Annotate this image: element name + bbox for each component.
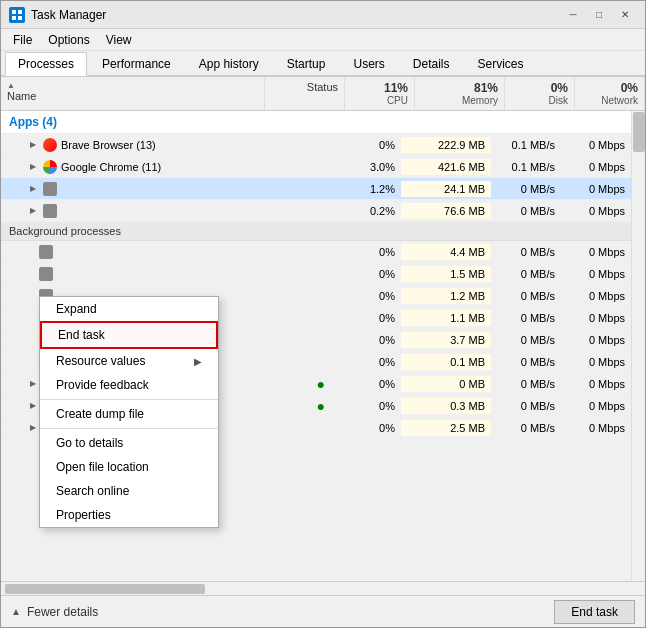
ctx-create-dump-label: Create dump file [56, 407, 144, 421]
context-menu: Expand End task Resource values ▶ Provid… [39, 296, 219, 528]
row-cpu: 3.0% [331, 159, 401, 175]
menu-bar: File Options View [1, 29, 645, 51]
end-task-button[interactable]: End task [554, 600, 635, 624]
row-status [251, 294, 331, 298]
app-icon [39, 245, 53, 259]
row-memory: 24.1 MB [401, 181, 491, 197]
table-row[interactable]: ▶ 0.2% 76.6 MB 0 MB/s 0 Mbps [1, 200, 631, 222]
row-disk: 0 MB/s [491, 420, 561, 436]
maximize-button[interactable]: □ [587, 6, 611, 24]
row-memory: 3.7 MB [401, 332, 491, 348]
row-memory: 1.1 MB [401, 310, 491, 326]
ctx-expand[interactable]: Expand [40, 297, 218, 321]
row-memory: 1.2 MB [401, 288, 491, 304]
window-title: Task Manager [31, 8, 561, 22]
col-status[interactable]: Status [265, 77, 345, 110]
menu-options[interactable]: Options [40, 31, 97, 49]
col-disk[interactable]: 0% Disk [505, 77, 575, 110]
horizontal-scrollbar[interactable] [1, 581, 645, 595]
expand-icon[interactable]: ▶ [27, 378, 39, 390]
ctx-provide-feedback-label: Provide feedback [56, 378, 149, 392]
col-disk-pct: 0% [551, 81, 568, 95]
ctx-resource-values[interactable]: Resource values ▶ [40, 349, 218, 373]
row-status [251, 338, 331, 342]
row-network: 0 Mbps [561, 310, 631, 326]
row-memory: 222.9 MB [401, 137, 491, 153]
sort-arrow-icon: ▲ [7, 81, 15, 90]
ctx-go-to-details-label: Go to details [56, 436, 123, 450]
scrollbar-track[interactable] [631, 111, 645, 581]
row-status [251, 426, 331, 430]
table-row[interactable]: 0% 4.4 MB 0 MB/s 0 Mbps [1, 241, 631, 263]
ctx-open-file-location[interactable]: Open file location [40, 455, 218, 479]
row-status [251, 316, 331, 320]
expand-icon[interactable]: ▶ [27, 400, 39, 412]
table-row[interactable]: 0% 1.5 MB 0 MB/s 0 Mbps [1, 263, 631, 285]
background-section-label: Background processes [1, 222, 631, 241]
svg-rect-3 [18, 16, 22, 20]
tab-processes[interactable]: Processes [5, 52, 87, 76]
row-disk: 0 MB/s [491, 266, 561, 282]
ctx-search-online[interactable]: Search online [40, 479, 218, 503]
table-row[interactable]: ▶ Brave Browser (13) 0% 222.9 MB 0.1 MB/… [1, 134, 631, 156]
expand-icon[interactable]: ▶ [27, 139, 39, 151]
scrollbar-thumb[interactable] [633, 112, 645, 152]
expand-icon[interactable]: ▶ [27, 161, 39, 173]
col-cpu[interactable]: 11% CPU [345, 77, 415, 110]
row-network: 0 Mbps [561, 244, 631, 260]
row-status: ● [251, 396, 331, 416]
expand-icon[interactable]: ▶ [27, 205, 39, 217]
row-disk: 0 MB/s [491, 310, 561, 326]
row-name-cell: ▶ [1, 180, 251, 198]
svg-rect-2 [12, 16, 16, 20]
table-row[interactable]: ▶ 1.2% 24.1 MB 0 MB/s 0 Mbps [1, 178, 631, 200]
row-disk: 0.1 MB/s [491, 137, 561, 153]
row-cpu: 0% [331, 420, 401, 436]
minimize-button[interactable]: ─ [561, 6, 585, 24]
task-manager-window: Task Manager ─ □ ✕ File Options View Pro… [0, 0, 646, 628]
row-memory: 421.6 MB [401, 159, 491, 175]
row-disk: 0 MB/s [491, 332, 561, 348]
ctx-expand-label: Expand [56, 302, 97, 316]
col-name[interactable]: ▲ Name [1, 77, 265, 110]
fewer-details-button[interactable]: ▲ Fewer details [11, 605, 98, 619]
app-icon-generic [43, 204, 57, 218]
row-status [251, 250, 331, 254]
h-scroll-thumb[interactable] [5, 584, 205, 594]
col-status-label: Status [307, 81, 338, 93]
tab-details[interactable]: Details [400, 52, 463, 76]
ctx-go-to-details[interactable]: Go to details [40, 431, 218, 455]
ctx-end-task[interactable]: End task [40, 321, 218, 349]
row-name-cell: ▶ [1, 202, 251, 220]
tab-startup[interactable]: Startup [274, 52, 339, 76]
col-memory-pct: 81% [474, 81, 498, 95]
tab-users[interactable]: Users [340, 52, 397, 76]
row-cpu: 0% [331, 310, 401, 326]
table-row[interactable]: ▶ Google Chrome (11) 3.0% 421.6 MB 0.1 M… [1, 156, 631, 178]
row-network: 0 Mbps [561, 266, 631, 282]
menu-file[interactable]: File [5, 31, 40, 49]
row-memory: 0.3 MB [401, 398, 491, 414]
ctx-properties[interactable]: Properties [40, 503, 218, 527]
col-memory[interactable]: 81% Memory [415, 77, 505, 110]
tab-performance[interactable]: Performance [89, 52, 184, 76]
row-network: 0 Mbps [561, 420, 631, 436]
ctx-create-dump[interactable]: Create dump file [40, 402, 218, 426]
col-network[interactable]: 0% Network [575, 77, 645, 110]
row-memory: 4.4 MB [401, 244, 491, 260]
expand-icon[interactable]: ▶ [27, 183, 39, 195]
ctx-open-file-location-label: Open file location [56, 460, 149, 474]
col-disk-label: Disk [549, 95, 568, 106]
ctx-provide-feedback[interactable]: Provide feedback [40, 373, 218, 397]
tab-app-history[interactable]: App history [186, 52, 272, 76]
expand-icon[interactable]: ▶ [27, 422, 39, 434]
tab-services[interactable]: Services [465, 52, 537, 76]
main-content: ▲ Name Status 11% CPU 81% Memory 0% Disk [1, 77, 645, 595]
row-memory: 1.5 MB [401, 266, 491, 282]
row-status [251, 209, 331, 213]
col-cpu-pct: 11% [384, 81, 408, 95]
close-button[interactable]: ✕ [613, 6, 637, 24]
row-cpu: 0% [331, 266, 401, 282]
menu-view[interactable]: View [98, 31, 140, 49]
ctx-search-online-label: Search online [56, 484, 129, 498]
